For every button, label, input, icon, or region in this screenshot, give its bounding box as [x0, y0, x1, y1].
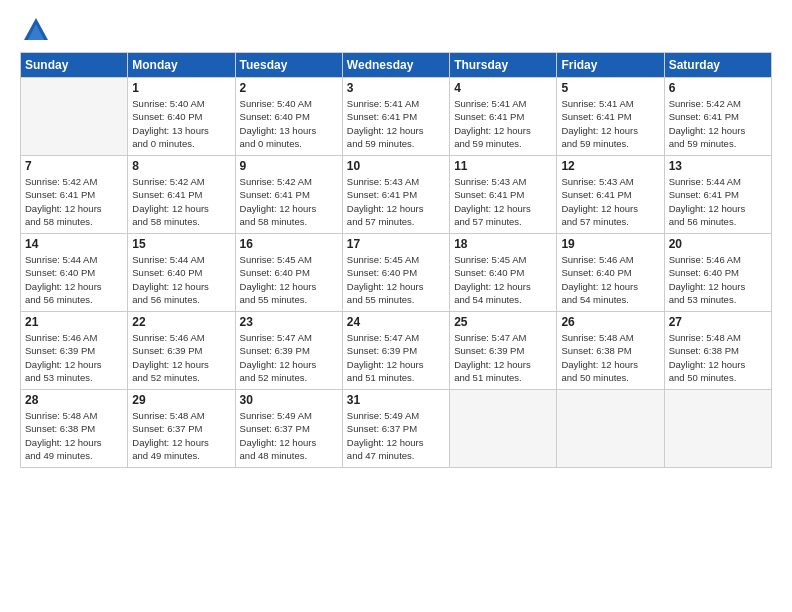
calendar-day-cell: 20Sunrise: 5:46 AM Sunset: 6:40 PM Dayli…: [664, 234, 771, 312]
calendar-day-cell: 6Sunrise: 5:42 AM Sunset: 6:41 PM Daylig…: [664, 78, 771, 156]
day-number: 2: [240, 81, 338, 95]
day-number: 17: [347, 237, 445, 251]
day-info: Sunrise: 5:43 AM Sunset: 6:41 PM Dayligh…: [347, 175, 445, 228]
calendar-day-cell: 29Sunrise: 5:48 AM Sunset: 6:37 PM Dayli…: [128, 390, 235, 468]
weekday-header: Tuesday: [235, 53, 342, 78]
calendar-day-cell: 21Sunrise: 5:46 AM Sunset: 6:39 PM Dayli…: [21, 312, 128, 390]
calendar-day-cell: 17Sunrise: 5:45 AM Sunset: 6:40 PM Dayli…: [342, 234, 449, 312]
calendar-day-cell: 14Sunrise: 5:44 AM Sunset: 6:40 PM Dayli…: [21, 234, 128, 312]
calendar-week-row: 28Sunrise: 5:48 AM Sunset: 6:38 PM Dayli…: [21, 390, 772, 468]
calendar-week-row: 14Sunrise: 5:44 AM Sunset: 6:40 PM Dayli…: [21, 234, 772, 312]
day-number: 20: [669, 237, 767, 251]
day-info: Sunrise: 5:48 AM Sunset: 6:38 PM Dayligh…: [669, 331, 767, 384]
calendar-day-cell: 30Sunrise: 5:49 AM Sunset: 6:37 PM Dayli…: [235, 390, 342, 468]
weekday-header: Sunday: [21, 53, 128, 78]
calendar-week-row: 1Sunrise: 5:40 AM Sunset: 6:40 PM Daylig…: [21, 78, 772, 156]
day-info: Sunrise: 5:49 AM Sunset: 6:37 PM Dayligh…: [347, 409, 445, 462]
calendar-day-cell: 1Sunrise: 5:40 AM Sunset: 6:40 PM Daylig…: [128, 78, 235, 156]
day-info: Sunrise: 5:48 AM Sunset: 6:38 PM Dayligh…: [561, 331, 659, 384]
day-number: 3: [347, 81, 445, 95]
day-number: 11: [454, 159, 552, 173]
day-info: Sunrise: 5:48 AM Sunset: 6:38 PM Dayligh…: [25, 409, 123, 462]
calendar-day-cell: 19Sunrise: 5:46 AM Sunset: 6:40 PM Dayli…: [557, 234, 664, 312]
calendar-day-cell: 13Sunrise: 5:44 AM Sunset: 6:41 PM Dayli…: [664, 156, 771, 234]
calendar-day-cell: 7Sunrise: 5:42 AM Sunset: 6:41 PM Daylig…: [21, 156, 128, 234]
day-number: 28: [25, 393, 123, 407]
calendar-day-cell: 31Sunrise: 5:49 AM Sunset: 6:37 PM Dayli…: [342, 390, 449, 468]
day-number: 21: [25, 315, 123, 329]
calendar-day-cell: 25Sunrise: 5:47 AM Sunset: 6:39 PM Dayli…: [450, 312, 557, 390]
day-info: Sunrise: 5:49 AM Sunset: 6:37 PM Dayligh…: [240, 409, 338, 462]
logo: [20, 16, 50, 44]
day-number: 12: [561, 159, 659, 173]
day-info: Sunrise: 5:42 AM Sunset: 6:41 PM Dayligh…: [132, 175, 230, 228]
day-info: Sunrise: 5:42 AM Sunset: 6:41 PM Dayligh…: [669, 97, 767, 150]
day-info: Sunrise: 5:41 AM Sunset: 6:41 PM Dayligh…: [561, 97, 659, 150]
day-info: Sunrise: 5:43 AM Sunset: 6:41 PM Dayligh…: [454, 175, 552, 228]
day-number: 24: [347, 315, 445, 329]
calendar-day-cell: [557, 390, 664, 468]
page: SundayMondayTuesdayWednesdayThursdayFrid…: [0, 0, 792, 612]
day-info: Sunrise: 5:47 AM Sunset: 6:39 PM Dayligh…: [347, 331, 445, 384]
day-info: Sunrise: 5:40 AM Sunset: 6:40 PM Dayligh…: [132, 97, 230, 150]
day-number: 30: [240, 393, 338, 407]
day-info: Sunrise: 5:41 AM Sunset: 6:41 PM Dayligh…: [454, 97, 552, 150]
logo-icon: [22, 16, 50, 44]
day-number: 13: [669, 159, 767, 173]
day-number: 31: [347, 393, 445, 407]
day-info: Sunrise: 5:46 AM Sunset: 6:39 PM Dayligh…: [25, 331, 123, 384]
calendar-day-cell: 23Sunrise: 5:47 AM Sunset: 6:39 PM Dayli…: [235, 312, 342, 390]
calendar-day-cell: [450, 390, 557, 468]
weekday-header: Wednesday: [342, 53, 449, 78]
day-info: Sunrise: 5:46 AM Sunset: 6:39 PM Dayligh…: [132, 331, 230, 384]
calendar-day-cell: 16Sunrise: 5:45 AM Sunset: 6:40 PM Dayli…: [235, 234, 342, 312]
calendar-day-cell: 15Sunrise: 5:44 AM Sunset: 6:40 PM Dayli…: [128, 234, 235, 312]
calendar-day-cell: 4Sunrise: 5:41 AM Sunset: 6:41 PM Daylig…: [450, 78, 557, 156]
day-info: Sunrise: 5:46 AM Sunset: 6:40 PM Dayligh…: [669, 253, 767, 306]
calendar-day-cell: 5Sunrise: 5:41 AM Sunset: 6:41 PM Daylig…: [557, 78, 664, 156]
day-info: Sunrise: 5:47 AM Sunset: 6:39 PM Dayligh…: [240, 331, 338, 384]
calendar-day-cell: 12Sunrise: 5:43 AM Sunset: 6:41 PM Dayli…: [557, 156, 664, 234]
day-number: 18: [454, 237, 552, 251]
calendar-day-cell: 18Sunrise: 5:45 AM Sunset: 6:40 PM Dayli…: [450, 234, 557, 312]
day-info: Sunrise: 5:48 AM Sunset: 6:37 PM Dayligh…: [132, 409, 230, 462]
calendar-day-cell: [664, 390, 771, 468]
day-number: 6: [669, 81, 767, 95]
day-info: Sunrise: 5:45 AM Sunset: 6:40 PM Dayligh…: [240, 253, 338, 306]
day-info: Sunrise: 5:40 AM Sunset: 6:40 PM Dayligh…: [240, 97, 338, 150]
day-info: Sunrise: 5:42 AM Sunset: 6:41 PM Dayligh…: [25, 175, 123, 228]
weekday-header: Thursday: [450, 53, 557, 78]
day-number: 1: [132, 81, 230, 95]
day-info: Sunrise: 5:42 AM Sunset: 6:41 PM Dayligh…: [240, 175, 338, 228]
calendar-day-cell: 8Sunrise: 5:42 AM Sunset: 6:41 PM Daylig…: [128, 156, 235, 234]
day-number: 9: [240, 159, 338, 173]
calendar-day-cell: 22Sunrise: 5:46 AM Sunset: 6:39 PM Dayli…: [128, 312, 235, 390]
calendar-week-row: 7Sunrise: 5:42 AM Sunset: 6:41 PM Daylig…: [21, 156, 772, 234]
day-info: Sunrise: 5:47 AM Sunset: 6:39 PM Dayligh…: [454, 331, 552, 384]
calendar-header-row: SundayMondayTuesdayWednesdayThursdayFrid…: [21, 53, 772, 78]
day-number: 23: [240, 315, 338, 329]
calendar-day-cell: 28Sunrise: 5:48 AM Sunset: 6:38 PM Dayli…: [21, 390, 128, 468]
day-info: Sunrise: 5:44 AM Sunset: 6:40 PM Dayligh…: [132, 253, 230, 306]
day-number: 15: [132, 237, 230, 251]
day-number: 29: [132, 393, 230, 407]
day-info: Sunrise: 5:43 AM Sunset: 6:41 PM Dayligh…: [561, 175, 659, 228]
calendar-week-row: 21Sunrise: 5:46 AM Sunset: 6:39 PM Dayli…: [21, 312, 772, 390]
day-info: Sunrise: 5:44 AM Sunset: 6:41 PM Dayligh…: [669, 175, 767, 228]
calendar-day-cell: 11Sunrise: 5:43 AM Sunset: 6:41 PM Dayli…: [450, 156, 557, 234]
calendar-day-cell: 9Sunrise: 5:42 AM Sunset: 6:41 PM Daylig…: [235, 156, 342, 234]
day-info: Sunrise: 5:41 AM Sunset: 6:41 PM Dayligh…: [347, 97, 445, 150]
calendar-day-cell: 2Sunrise: 5:40 AM Sunset: 6:40 PM Daylig…: [235, 78, 342, 156]
weekday-header: Saturday: [664, 53, 771, 78]
day-info: Sunrise: 5:45 AM Sunset: 6:40 PM Dayligh…: [454, 253, 552, 306]
calendar-day-cell: 26Sunrise: 5:48 AM Sunset: 6:38 PM Dayli…: [557, 312, 664, 390]
day-info: Sunrise: 5:46 AM Sunset: 6:40 PM Dayligh…: [561, 253, 659, 306]
day-info: Sunrise: 5:45 AM Sunset: 6:40 PM Dayligh…: [347, 253, 445, 306]
day-number: 10: [347, 159, 445, 173]
weekday-header: Monday: [128, 53, 235, 78]
calendar-day-cell: 3Sunrise: 5:41 AM Sunset: 6:41 PM Daylig…: [342, 78, 449, 156]
day-number: 7: [25, 159, 123, 173]
day-number: 25: [454, 315, 552, 329]
day-number: 8: [132, 159, 230, 173]
day-number: 16: [240, 237, 338, 251]
